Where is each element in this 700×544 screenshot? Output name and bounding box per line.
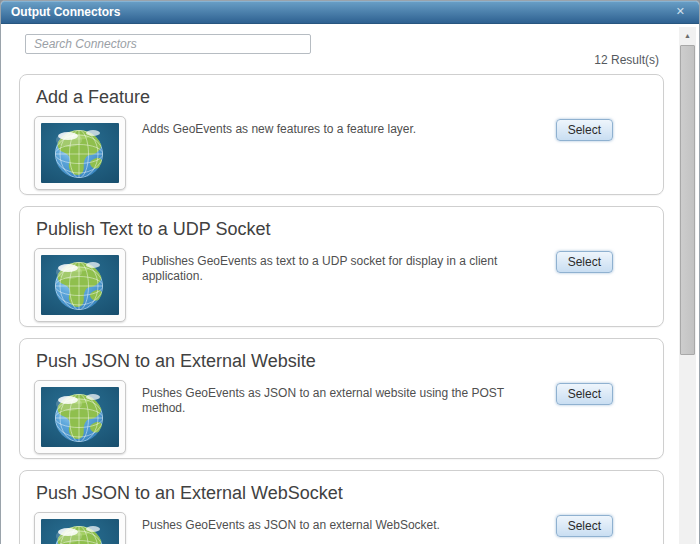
connector-title: Push JSON to an External WebSocket: [36, 483, 649, 504]
globe-icon: [41, 123, 119, 183]
globe-icon: [41, 519, 119, 544]
connector-description: Adds GeoEvents as new features to a feat…: [142, 122, 544, 137]
scroll-up-button[interactable]: ▲: [679, 27, 696, 43]
close-icon[interactable]: ✕: [676, 1, 685, 21]
connector-thumbnail: [34, 512, 126, 544]
connector-thumbnail: [34, 248, 126, 322]
select-button[interactable]: Select: [556, 515, 613, 537]
results-count: 12 Result(s): [594, 53, 659, 67]
globe-icon: [41, 255, 119, 315]
connector-thumbnail: [34, 380, 126, 454]
up-arrow-icon: ▲: [684, 32, 691, 39]
select-button[interactable]: Select: [556, 119, 613, 141]
connector-description: Pushes GeoEvents as JSON to an external …: [142, 518, 544, 533]
globe-icon: [41, 387, 119, 447]
connector-title: Publish Text to a UDP Socket: [36, 219, 649, 240]
connector-card: Push JSON to an External Website: [19, 338, 664, 459]
connector-title: Push JSON to an External Website: [36, 351, 649, 372]
connector-card: Publish Text to a UDP Socket: [19, 206, 664, 327]
scrollbar-thumb[interactable]: [680, 45, 695, 355]
dialog-title: Output Connectors: [11, 5, 120, 19]
output-connectors-dialog: Output Connectors ✕ 12 Result(s) Add a F…: [0, 0, 700, 544]
select-button[interactable]: Select: [556, 383, 613, 405]
connector-card: Push JSON to an External WebSocket: [19, 470, 664, 544]
scrollbar[interactable]: ▲: [679, 27, 696, 544]
connector-title: Add a Feature: [36, 87, 649, 108]
connector-description: Pushes GeoEvents as JSON to an external …: [142, 386, 544, 416]
search-input[interactable]: [25, 34, 311, 54]
connector-list: Add a Feature: [19, 74, 664, 544]
connector-description: Publishes GeoEvents as text to a UDP soc…: [142, 254, 544, 284]
connector-card: Add a Feature: [19, 74, 664, 195]
select-button[interactable]: Select: [556, 251, 613, 273]
connector-thumbnail: [34, 116, 126, 190]
dialog-titlebar[interactable]: Output Connectors ✕: [1, 1, 699, 24]
